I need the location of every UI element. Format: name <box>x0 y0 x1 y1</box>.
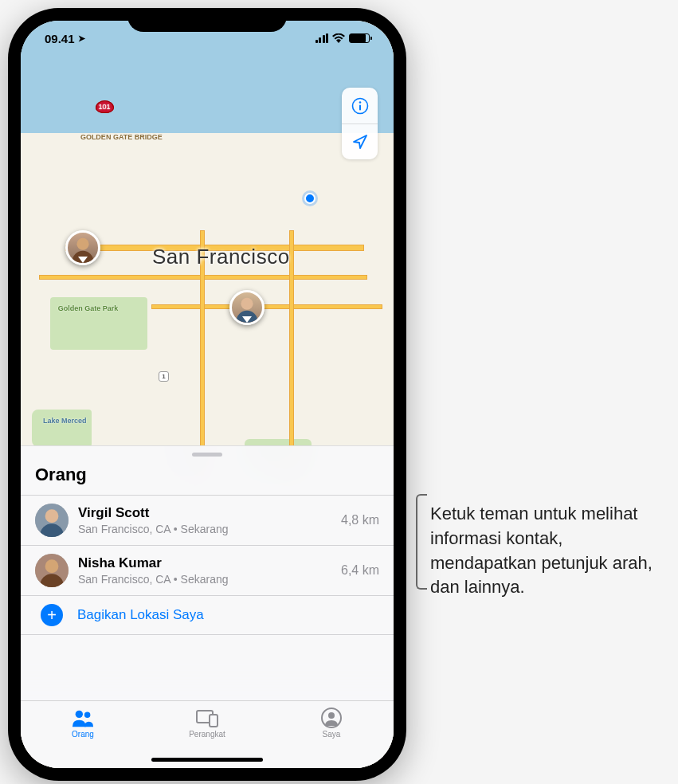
people-list: Virgil Scott San Francisco, CA • Sekaran… <box>21 495 394 635</box>
people-sheet[interactable]: Orang Virgil Scott San Francisco, CA • S… <box>21 445 394 700</box>
list-item[interactable]: Virgil Scott San Francisco, CA • Sekaran… <box>21 495 394 545</box>
svg-rect-16 <box>210 715 218 727</box>
notch <box>127 8 287 32</box>
svg-point-13 <box>76 711 83 718</box>
map-label-golden-gate-park: Golden Gate Park <box>58 304 119 312</box>
svg-point-2 <box>241 297 253 309</box>
current-location-dot <box>304 193 315 204</box>
svg-rect-6 <box>359 104 361 110</box>
svg-point-1 <box>73 250 94 262</box>
map-locate-button[interactable] <box>342 123 378 159</box>
status-time: 09.41 <box>45 32 75 45</box>
tab-label: Orang <box>72 730 94 739</box>
map-info-button[interactable] <box>342 88 378 123</box>
callout-text: Ketuk teman untuk melihat informasi kont… <box>430 502 669 600</box>
share-location-row[interactable]: + Bagikan Lokasi Saya <box>21 595 394 635</box>
callout-annotation: Ketuk teman untuk melihat informasi kont… <box>430 502 669 600</box>
map-city-label: San Francisco <box>152 245 290 269</box>
svg-point-3 <box>237 310 258 322</box>
svg-point-5 <box>359 101 361 104</box>
people-icon <box>71 708 95 728</box>
battery-icon <box>349 33 370 43</box>
screen: San Francisco GOLDEN GATE BRIDGE Golden … <box>21 21 394 768</box>
svg-point-18 <box>328 712 335 719</box>
tab-label: Saya <box>323 730 341 739</box>
svg-point-8 <box>45 509 59 523</box>
location-arrow-icon <box>352 134 368 150</box>
route-shield-101: 101 <box>96 103 114 111</box>
tab-me[interactable]: Saya <box>270 708 393 739</box>
person-subtitle: San Francisco, CA • Sekarang <box>78 572 341 586</box>
avatar <box>35 554 69 587</box>
home-indicator[interactable] <box>151 758 263 762</box>
callout-bracket <box>416 494 427 590</box>
me-icon <box>319 708 343 728</box>
tab-label: Perangkat <box>189 730 225 739</box>
svg-point-14 <box>84 712 91 719</box>
tab-people[interactable]: Orang <box>22 708 144 739</box>
list-item[interactable]: Nisha Kumar San Francisco, CA • Sekarang… <box>21 545 394 595</box>
svg-point-0 <box>77 237 89 249</box>
share-location-label: Bagikan Lokasi Saya <box>77 607 204 623</box>
avatar <box>35 504 69 537</box>
plus-icon: + <box>41 604 63 626</box>
person-distance: 6,4 km <box>341 563 379 578</box>
person-subtitle: San Francisco, CA • Sekarang <box>78 522 341 536</box>
devices-icon <box>195 708 219 728</box>
map-pin-person-nisha[interactable] <box>65 230 100 265</box>
cellular-signal-icon <box>315 33 329 43</box>
route-shield-1: 1 <box>159 372 168 380</box>
sheet-title: Orang <box>21 461 394 495</box>
person-name: Virgil Scott <box>78 504 341 522</box>
tab-devices[interactable]: Perangkat <box>146 708 268 739</box>
location-services-icon: ➤ <box>78 33 85 44</box>
person-distance: 4,8 km <box>341 513 379 527</box>
map-pin-person-virgil[interactable] <box>229 290 265 325</box>
info-icon <box>351 97 369 115</box>
map-label-lake-merced: Lake Merced <box>43 417 87 425</box>
person-name: Nisha Kumar <box>78 555 341 572</box>
svg-point-11 <box>45 559 59 573</box>
sheet-grabber[interactable] <box>192 453 222 457</box>
wifi-icon <box>332 33 345 43</box>
map-controls <box>342 88 378 159</box>
phone-frame: San Francisco GOLDEN GATE BRIDGE Golden … <box>8 8 406 781</box>
map-label-golden-gate-bridge: GOLDEN GATE BRIDGE <box>80 133 163 141</box>
